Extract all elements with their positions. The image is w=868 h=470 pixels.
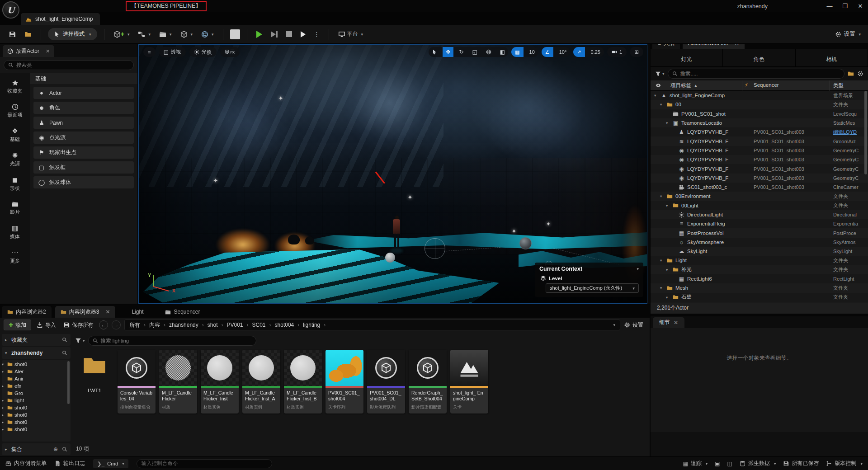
rotation-snap-value[interactable]: 10° <box>556 47 571 57</box>
place-item[interactable]: ♟ Pawn <box>33 117 134 129</box>
outliner-row[interactable]: ▸ ≋ LQYDYPVYHB_F PV001_SC01_shot003 Groo… <box>651 136 868 146</box>
outliner-row[interactable]: ▸ SC01_shot003_c PV001_SC01_shot003 Cine… <box>651 183 868 192</box>
tree-scrollbar[interactable] <box>67 361 70 404</box>
quick-add-button[interactable]: ✚▾ <box>111 28 132 40</box>
outliner-row[interactable]: ▸ ≡ ExponentialHeig Exponentia <box>651 219 868 228</box>
outliner-row[interactable]: ▾ 00Light 文件夹 <box>651 201 868 210</box>
expander-icon[interactable]: ▾ <box>666 268 670 272</box>
chevron-down-icon[interactable]: ▾ <box>613 323 615 327</box>
asset-card[interactable]: PV001_SC01_ shot004 关卡序列 <box>326 350 363 414</box>
asset-folder[interactable]: LWT1 <box>75 350 114 393</box>
outliner-row[interactable]: ▾ 00 文件夹 <box>651 100 868 109</box>
viewport-scene[interactable]: ✦✦✦✦✦ Y X Current Context ▾ Level shot_l… <box>139 45 647 303</box>
asset-card[interactable]: M_LF_Candle Flicker_Inst_A 材质实例 <box>242 350 280 414</box>
expander-icon[interactable]: ▸ <box>5 447 9 451</box>
expander-icon[interactable]: ▸ <box>2 427 5 432</box>
editor-mode-select[interactable]: 选择模式 ▾ <box>48 28 97 40</box>
folder-tree-item[interactable]: ▾ shot0 <box>2 361 71 368</box>
grid-snap-toggle[interactable]: ▦ 10 <box>511 47 538 57</box>
expander-icon[interactable]: ▸ <box>2 420 5 424</box>
expander-icon[interactable]: ▾ <box>666 295 670 300</box>
menu-item[interactable] <box>113 0 123 12</box>
expander-icon[interactable]: ▾ <box>666 203 670 208</box>
add-collection-icon[interactable]: ⊕ <box>53 446 58 452</box>
menu-item[interactable] <box>53 0 63 12</box>
menu-item[interactable] <box>43 0 53 12</box>
derived-data-button[interactable]: 派生数据▾ <box>740 460 776 467</box>
outliner-row[interactable]: ▾ ▲ shot_light_EngineComp 世界场景 <box>651 91 868 100</box>
place-item[interactable]: ☻ 角色 <box>33 102 134 114</box>
menu-item[interactable] <box>63 0 73 12</box>
asset-card[interactable]: M_LF_Candle Flicker_Inst_B 材质实例 <box>284 350 322 414</box>
expander-icon[interactable]: ▸ <box>5 338 9 342</box>
new-folder-button[interactable] <box>848 70 854 77</box>
folder-tree-item[interactable]: ▸ light <box>2 397 71 404</box>
place-category[interactable]: ◼ 形状 <box>1 173 28 195</box>
folder-tree-item[interactable]: ▸ efx <box>2 382 71 390</box>
tab-details[interactable]: 细节 ✕ <box>653 317 684 328</box>
menu-item[interactable] <box>24 0 33 12</box>
frame-skip-button[interactable] <box>269 29 280 40</box>
outliner-row[interactable]: ▸ ▦ PostProcessVol PostProce <box>651 228 868 237</box>
expander-icon[interactable]: ▸ <box>2 405 5 410</box>
place-category[interactable]: ⋯ 更多 <box>1 245 28 268</box>
place-category[interactable]: ✺ 光源 <box>1 148 28 171</box>
close-icon[interactable]: ✕ <box>46 48 50 54</box>
save-button[interactable] <box>6 28 18 40</box>
content-settings-button[interactable]: 设置 <box>624 321 643 329</box>
menu-item[interactable] <box>33 0 43 12</box>
folder-tree-item[interactable]: ▸ shot0 <box>2 411 71 418</box>
asset-card[interactable]: PV001_SC01_ shot004_DL 影片流程队列 <box>367 350 405 414</box>
close-icon[interactable]: ✕ <box>105 309 110 315</box>
outliner-row[interactable]: ▸ ◉ LQYDYPVYHB_F PV001_SC01_shot003 Geom… <box>651 155 868 164</box>
outliner-row[interactable]: ▾ 补光 文件夹 <box>651 265 868 274</box>
select-tool-button[interactable] <box>429 47 440 57</box>
snapshot-button[interactable]: ◫ <box>727 461 732 467</box>
scale-tool-button[interactable]: ◱ <box>469 47 480 57</box>
project-root-section[interactable]: ▾ zhanshendy <box>2 347 71 359</box>
place-category[interactable]: 收藏夹 <box>1 76 28 98</box>
chevron-down-icon[interactable]: ▾ <box>637 267 639 271</box>
add-button[interactable]: ✚添加 <box>4 320 31 330</box>
stop-button[interactable] <box>284 29 294 39</box>
outliner-row[interactable]: ▾ 石壁 文件夹 <box>651 293 868 302</box>
lit-mode-select[interactable]: 光照 <box>189 47 217 57</box>
outliner-category-tab[interactable]: 角色 <box>723 49 795 66</box>
search-icon[interactable] <box>62 350 67 356</box>
asset-card[interactable]: M_LF_Candle Flicker_Inst 材质实例 <box>201 350 239 414</box>
breadcrumb-item[interactable]: lighting › <box>303 322 326 328</box>
collections-section[interactable]: ▸ 集合 ⊕ <box>2 443 71 455</box>
advance-button[interactable] <box>298 29 308 40</box>
minimize-button[interactable]: — <box>822 0 837 12</box>
blueprints-button[interactable]: ▾ <box>136 28 153 40</box>
world-local-toggle[interactable] <box>483 47 495 57</box>
expander-icon[interactable]: ▾ <box>660 194 664 198</box>
tab-content-browser-3[interactable]: 内容浏览器3 ✕ <box>55 306 116 318</box>
tab-shot-light-enginecomp[interactable]: shot_light_EngineComp <box>21 13 100 25</box>
scale-snap-toggle[interactable]: ↗ 0.25 <box>573 47 604 57</box>
insights-button[interactable]: ▣ <box>715 461 720 467</box>
rotate-tool-button[interactable]: ↻ <box>456 47 467 57</box>
folder-tree-item[interactable]: ▸ Aler <box>2 368 71 375</box>
unreal-engine-logo[interactable]: U <box>2 1 19 19</box>
expander-icon[interactable]: ▾ <box>2 362 5 367</box>
breadcrumb-item[interactable]: shot › <box>208 322 223 328</box>
outliner-row[interactable]: ▸ PV001_SC01_shot LevelSequ <box>651 109 868 118</box>
outliner-settings-button[interactable] <box>857 70 863 77</box>
place-item[interactable]: ▢ 触发框 <box>33 161 134 174</box>
surface-snap-button[interactable]: ◧ <box>497 47 508 57</box>
place-item[interactable]: ◉ 点光源 <box>33 132 134 144</box>
place-category[interactable]: 影片 <box>1 197 28 219</box>
show-flags-select[interactable]: 显示 <box>220 47 240 57</box>
play-button[interactable] <box>254 28 264 40</box>
scale-snap-value[interactable]: 0.25 <box>587 47 604 57</box>
place-item[interactable]: ⚑ 玩家出生点 <box>33 146 134 159</box>
launch-platform-button[interactable]: ▾ <box>199 28 216 40</box>
place-category[interactable]: ▥ 媒体 <box>1 221 28 244</box>
outliner-row[interactable]: ▸ ▦ RectLight6 RectLight <box>651 274 868 283</box>
column-type[interactable]: 类型 <box>833 82 844 89</box>
tab-light[interactable]: Light <box>126 306 149 318</box>
trace-button[interactable]: ▦追踪▾ <box>683 460 708 467</box>
platforms-button[interactable]: 平台 ▾ <box>336 28 366 40</box>
viewport[interactable]: ✦✦✦✦✦ Y X Current Context ▾ Level shot_l… <box>138 44 647 304</box>
